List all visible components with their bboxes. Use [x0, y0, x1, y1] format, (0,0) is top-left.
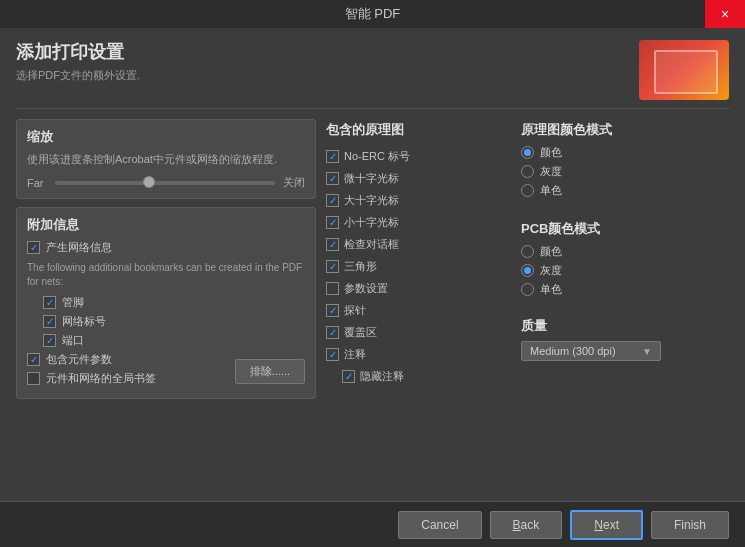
port-checkbox[interactable]: [43, 334, 56, 347]
no-erc-row[interactable]: No-ERC 标号: [326, 149, 511, 164]
probe-checkbox[interactable]: [326, 304, 339, 317]
coverage-checkbox[interactable]: [326, 326, 339, 339]
annotation-label: 注释: [344, 347, 366, 362]
schematic-color-section: 原理图颜色模式 颜色 灰度 单色: [521, 119, 729, 210]
triangle-checkbox[interactable]: [326, 260, 339, 273]
coverage-row[interactable]: 覆盖区: [326, 325, 511, 340]
schematic-color-option[interactable]: 颜色: [521, 145, 729, 160]
pcb-color-option[interactable]: 颜色: [521, 244, 729, 259]
slider-far-label: Far: [27, 177, 47, 189]
tiny-cross-checkbox[interactable]: [326, 216, 339, 229]
large-cross-row[interactable]: 大十字光标: [326, 193, 511, 208]
schematic-gray-label: 灰度: [540, 164, 562, 179]
hidden-annotation-row[interactable]: 隐藏注释: [326, 369, 511, 384]
check-dialog-checkbox[interactable]: [326, 238, 339, 251]
footer: Cancel Back Next Finish: [0, 501, 745, 547]
hidden-annotation-checkbox[interactable]: [342, 370, 355, 383]
triangle-row[interactable]: 三角形: [326, 259, 511, 274]
content-area: 缩放 使用该进度条控制Acrobat中元件或网络的缩放程度. Far 关闭 附加…: [0, 109, 745, 501]
pcb-color-radio[interactable]: [521, 245, 534, 258]
pin-label: 管脚: [62, 295, 84, 310]
schematic-mono-radio[interactable]: [521, 184, 534, 197]
additional-info-title: 附加信息: [27, 216, 305, 234]
middle-column: 包含的原理图 No-ERC 标号 微十字光标 大十字光标 小十字光标 检查对话框: [326, 119, 511, 491]
port-label: 端口: [62, 333, 84, 348]
generate-network-info-row[interactable]: 产生网络信息: [27, 240, 305, 255]
pcb-color-section: PCB颜色模式 颜色 灰度 单色: [521, 218, 729, 309]
cancel-button[interactable]: Cancel: [398, 511, 481, 539]
pcb-gray-option[interactable]: 灰度: [521, 263, 729, 278]
no-erc-checkbox[interactable]: [326, 150, 339, 163]
chevron-down-icon: ▼: [642, 346, 652, 357]
page-subtitle: 选择PDF文件的额外设置.: [16, 68, 639, 83]
quality-value: Medium (300 dpi): [530, 345, 616, 357]
large-cross-label: 大十字光标: [344, 193, 399, 208]
slider-row: Far 关闭: [27, 175, 305, 190]
zoom-slider[interactable]: [55, 181, 275, 185]
finish-button[interactable]: Finish: [651, 511, 729, 539]
quality-section: 质量 Medium (300 dpi) ▼: [521, 317, 729, 361]
back-underline: Back: [513, 518, 540, 532]
netlabel-checkbox[interactable]: [43, 315, 56, 328]
small-cross-row[interactable]: 微十字光标: [326, 171, 511, 186]
exclude-button[interactable]: 排除......: [235, 359, 305, 384]
header-text: 添加打印设置 选择PDF文件的额外设置.: [16, 40, 639, 83]
zoom-title: 缩放: [27, 128, 305, 146]
netlabel-row[interactable]: 网络标号: [43, 314, 305, 329]
zoom-section: 缩放 使用该进度条控制Acrobat中元件或网络的缩放程度. Far 关闭: [16, 119, 316, 199]
no-erc-label: No-ERC 标号: [344, 149, 410, 164]
small-cross-label: 微十字光标: [344, 171, 399, 186]
pcb-gray-label: 灰度: [540, 263, 562, 278]
pcb-mono-radio[interactable]: [521, 283, 534, 296]
window-title: 智能 PDF: [345, 5, 401, 23]
params-row[interactable]: 参数设置: [326, 281, 511, 296]
schematic-color-title: 原理图颜色模式: [521, 121, 729, 139]
close-icon: ×: [721, 6, 729, 22]
global-bookmarks-row[interactable]: 元件和网络的全局书签: [27, 371, 156, 386]
pin-row[interactable]: 管脚: [43, 295, 305, 310]
title-bar: 智能 PDF ×: [0, 0, 745, 28]
back-button[interactable]: Back: [490, 511, 563, 539]
probe-label: 探针: [344, 303, 366, 318]
zoom-description: 使用该进度条控制Acrobat中元件或网络的缩放程度.: [27, 152, 305, 167]
additional-info-section: 附加信息 产生网络信息 The following additional boo…: [16, 207, 316, 399]
quality-title: 质量: [521, 317, 729, 335]
check-dialog-label: 检查对话框: [344, 237, 399, 252]
probe-row[interactable]: 探针: [326, 303, 511, 318]
next-button[interactable]: Next: [570, 510, 643, 540]
schematic-color-radio[interactable]: [521, 146, 534, 159]
annotation-row[interactable]: 注释: [326, 347, 511, 362]
include-comp-params-label: 包含元件参数: [46, 352, 112, 367]
params-checkbox[interactable]: [326, 282, 339, 295]
schematic-content-title: 包含的原理图: [326, 121, 511, 139]
schematic-gray-radio[interactable]: [521, 165, 534, 178]
page-title: 添加打印设置: [16, 40, 639, 64]
coverage-label: 覆盖区: [344, 325, 377, 340]
annotation-checkbox[interactable]: [326, 348, 339, 361]
check-dialog-row[interactable]: 检查对话框: [326, 237, 511, 252]
quality-dropdown[interactable]: Medium (300 dpi) ▼: [521, 341, 661, 361]
schematic-gray-option[interactable]: 灰度: [521, 164, 729, 179]
pcb-mono-option[interactable]: 单色: [521, 282, 729, 297]
pcb-color-label: 颜色: [540, 244, 562, 259]
include-comp-params-row[interactable]: 包含元件参数: [27, 352, 156, 367]
close-button[interactable]: ×: [705, 0, 745, 28]
schematic-mono-option[interactable]: 单色: [521, 183, 729, 198]
netlabel-label: 网络标号: [62, 314, 106, 329]
port-row[interactable]: 端口: [43, 333, 305, 348]
triangle-label: 三角形: [344, 259, 377, 274]
pcb-gray-radio[interactable]: [521, 264, 534, 277]
schematic-color-label: 颜色: [540, 145, 562, 160]
global-bookmarks-checkbox[interactable]: [27, 372, 40, 385]
pin-checkbox[interactable]: [43, 296, 56, 309]
tiny-cross-row[interactable]: 小十字光标: [326, 215, 511, 230]
include-comp-params-checkbox[interactable]: [27, 353, 40, 366]
header: 添加打印设置 选择PDF文件的额外设置.: [0, 28, 745, 108]
bookmark-items: 管脚 网络标号 端口: [27, 295, 305, 348]
large-cross-checkbox[interactable]: [326, 194, 339, 207]
small-cross-checkbox[interactable]: [326, 172, 339, 185]
hidden-annotation-label: 隐藏注释: [360, 369, 404, 384]
schematic-color-group: 颜色 灰度 单色: [521, 145, 729, 198]
generate-network-info-checkbox[interactable]: [27, 241, 40, 254]
pcb-mono-label: 单色: [540, 282, 562, 297]
